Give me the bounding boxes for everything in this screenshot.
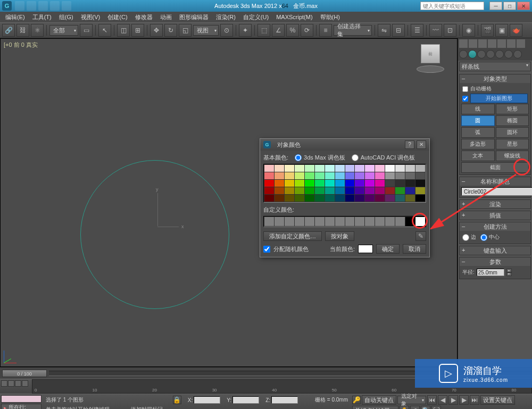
window-crossing-icon[interactable]: ⊞ xyxy=(131,24,144,37)
rollout-header[interactable]: 渲染 xyxy=(460,200,530,208)
minimize-button[interactable]: ─ xyxy=(489,2,502,10)
color-swatch[interactable] xyxy=(405,180,415,187)
custom-swatch[interactable] xyxy=(375,217,385,226)
color-swatch[interactable] xyxy=(264,172,274,179)
color-swatch[interactable] xyxy=(305,187,314,194)
color-swatch[interactable] xyxy=(264,195,274,202)
eyedropper-icon[interactable]: ✎ xyxy=(415,231,426,241)
angle-snap-icon[interactable]: ∠ xyxy=(272,24,285,37)
radio-center[interactable]: 中心 xyxy=(480,233,500,241)
color-swatch[interactable] xyxy=(295,165,304,172)
radio-autocad-palette[interactable]: AutoCAD ACI 调色板 xyxy=(352,154,415,162)
named-sel-dropdown[interactable]: 创建选择集 xyxy=(334,25,372,36)
select-icon[interactable]: ▭ xyxy=(80,24,93,37)
color-swatch[interactable] xyxy=(305,195,314,202)
color-swatch[interactable] xyxy=(385,172,395,179)
color-swatch[interactable] xyxy=(264,165,274,172)
object-name-input[interactable] xyxy=(461,187,532,196)
color-swatch[interactable] xyxy=(315,195,325,202)
menu-modifiers[interactable]: 修改器 xyxy=(132,12,156,22)
add-time-tag-label[interactable]: 添加时间标记 xyxy=(131,406,163,409)
play-end-icon[interactable]: ⏭ xyxy=(470,395,479,405)
color-swatch[interactable] xyxy=(345,165,355,172)
radio-edge[interactable]: 边 xyxy=(462,233,476,241)
color-swatch[interactable] xyxy=(415,165,425,172)
color-swatch[interactable] xyxy=(315,165,325,172)
shape-category-dropdown[interactable]: 样条线 xyxy=(459,62,531,71)
manip-icon[interactable]: ✦ xyxy=(239,24,252,37)
render-icon[interactable]: 🫖 xyxy=(510,24,522,37)
time-slider[interactable]: 0 / 100 xyxy=(2,370,47,377)
color-swatch[interactable] xyxy=(325,172,335,179)
align-icon[interactable]: ⊟ xyxy=(392,24,405,37)
custom-swatch[interactable] xyxy=(325,217,335,226)
rotate-icon[interactable]: ↻ xyxy=(164,24,177,37)
menu-animation[interactable]: 动画 xyxy=(157,12,175,22)
color-swatch[interactable] xyxy=(365,195,375,202)
util1-icon[interactable] xyxy=(478,39,487,48)
ref-coord-dropdown[interactable]: 视图 xyxy=(193,25,219,36)
snap-icon[interactable]: ⬚ xyxy=(257,24,270,37)
color-swatch[interactable] xyxy=(345,180,355,187)
menu-group[interactable]: 组(G) xyxy=(56,12,77,22)
color-swatch[interactable] xyxy=(385,187,395,194)
obj-btn-3[interactable]: 椭圆 xyxy=(496,115,529,126)
util5-icon[interactable] xyxy=(517,39,525,48)
custom-swatch[interactable] xyxy=(295,217,304,226)
color-swatch[interactable] xyxy=(295,172,304,179)
menu-tools[interactable]: 工具(T) xyxy=(29,12,55,22)
radius-spinner[interactable]: ▴▾ xyxy=(506,269,512,276)
obj-btn-6[interactable]: 多边形 xyxy=(461,139,495,149)
color-swatch[interactable] xyxy=(415,187,425,194)
obj-btn-10[interactable]: 截面 xyxy=(461,162,529,173)
color-swatch[interactable] xyxy=(305,180,314,187)
util2-icon[interactable] xyxy=(488,39,496,48)
mini-curve-icon[interactable] xyxy=(1,380,7,387)
nav-zoom-icon[interactable]: 🔍 xyxy=(421,406,430,409)
color-swatch[interactable] xyxy=(285,187,294,194)
rollout-header[interactable]: 插值 xyxy=(460,211,530,220)
basic-color-grid[interactable] xyxy=(263,164,426,203)
circle-object[interactable] xyxy=(80,160,229,309)
menu-views[interactable]: 视图(V) xyxy=(78,12,104,22)
key-target-dropdown[interactable]: 选定对象 xyxy=(397,396,426,404)
obj-btn-7[interactable]: 星形 xyxy=(496,139,529,149)
close-button[interactable]: ✕ xyxy=(517,2,530,10)
color-swatch[interactable] xyxy=(375,187,385,194)
color-swatch[interactable] xyxy=(275,195,284,202)
mirror-icon[interactable]: ⇋ xyxy=(378,24,390,37)
qat-undo-icon[interactable] xyxy=(50,1,60,11)
color-swatch[interactable] xyxy=(285,195,294,202)
current-color-swatch[interactable] xyxy=(358,245,373,253)
color-swatch[interactable] xyxy=(335,172,345,179)
render-frame-icon[interactable]: ▣ xyxy=(495,24,508,37)
color-swatch[interactable] xyxy=(335,180,345,187)
viewport-label[interactable]: [+0 前 0 真实 xyxy=(4,41,38,49)
menu-rendering[interactable]: 渲染(R) xyxy=(213,12,239,22)
unlink-icon[interactable]: ⛓ xyxy=(16,24,29,37)
play-next-icon[interactable]: ▶ xyxy=(459,395,469,405)
color-swatch[interactable] xyxy=(365,165,375,172)
color-swatch[interactable] xyxy=(395,195,405,202)
rollout-header[interactable]: 对象类型 xyxy=(460,74,530,83)
light-icon[interactable] xyxy=(459,39,468,48)
dialog-title-bar[interactable]: G 对象颜色 ? ✕ xyxy=(260,139,429,151)
color-swatch[interactable] xyxy=(295,187,304,194)
start-new-shape-button[interactable]: 开始新图形 xyxy=(470,94,528,103)
menu-customize[interactable]: 自定义(U) xyxy=(240,12,272,22)
qat-redo-icon[interactable] xyxy=(62,1,71,11)
pivot-icon[interactable]: ⊙ xyxy=(220,24,233,37)
play-start-icon[interactable]: ⏮ xyxy=(427,395,437,405)
color-swatch[interactable] xyxy=(405,165,415,172)
color-swatch[interactable] xyxy=(405,187,415,194)
color-swatch[interactable] xyxy=(315,180,325,187)
color-swatch[interactable] xyxy=(335,195,345,202)
select-object-icon[interactable]: ↖ xyxy=(98,24,111,37)
color-swatch[interactable] xyxy=(395,187,405,194)
add-custom-color-button[interactable]: 添加自定义颜色… xyxy=(263,231,322,241)
color-swatch[interactable] xyxy=(275,187,284,194)
set-key-button[interactable]: 设置关键点 xyxy=(480,395,515,405)
select-region-icon[interactable]: ◫ xyxy=(117,24,130,37)
lock-selection-icon[interactable]: 🔒 xyxy=(173,396,181,404)
color-swatch[interactable] xyxy=(264,187,274,194)
